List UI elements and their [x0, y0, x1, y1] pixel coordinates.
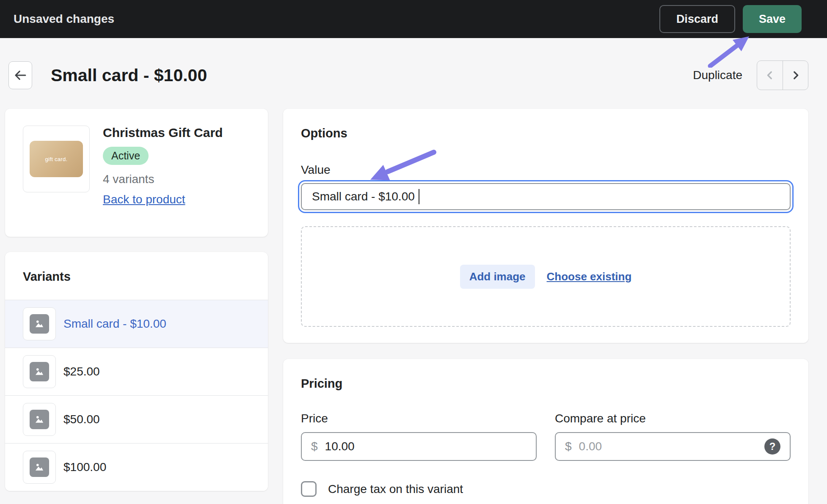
content-columns: gift card. Christmas Gift Card Active 4 … — [5, 109, 808, 504]
next-variant-button[interactable] — [783, 61, 808, 90]
save-button[interactable]: Save — [743, 5, 802, 33]
variant-label: Small card - $10.00 — [63, 317, 166, 331]
chevron-right-icon — [790, 70, 801, 81]
price-input[interactable] — [325, 440, 527, 453]
currency-prefix: $ — [565, 440, 572, 453]
previous-variant-button[interactable] — [757, 61, 783, 90]
topbar-actions: Discard Save — [659, 5, 802, 33]
variant-image-placeholder — [23, 355, 56, 388]
compare-at-price-input-wrapper: $ ? — [555, 432, 791, 461]
unsaved-changes-bar: Unsaved changes Discard Save — [0, 0, 827, 38]
image-placeholder-icon — [30, 362, 49, 381]
pricing-fields-row: Price $ Compare at price $ ? — [301, 412, 791, 461]
gift-card-image: gift card. — [30, 141, 83, 177]
variant-label: $25.00 — [63, 365, 100, 378]
add-image-button[interactable]: Add image — [460, 265, 535, 289]
variant-image-placeholder — [23, 451, 56, 484]
charge-tax-label: Charge tax on this variant — [328, 482, 463, 496]
help-icon[interactable]: ? — [764, 438, 780, 455]
left-column: gift card. Christmas Gift Card Active 4 … — [5, 109, 268, 491]
variant-label: $100.00 — [63, 460, 106, 474]
chevron-left-icon — [764, 70, 775, 81]
price-field: Price $ — [301, 412, 537, 461]
variant-label: $50.00 — [63, 413, 100, 426]
price-label: Price — [301, 412, 537, 425]
status-badge: Active — [103, 147, 149, 165]
currency-prefix: $ — [311, 440, 318, 453]
product-summary-card: gift card. Christmas Gift Card Active 4 … — [5, 109, 268, 237]
compare-at-price-label: Compare at price — [555, 412, 791, 425]
image-placeholder-icon — [30, 457, 49, 477]
pricing-card: Pricing Price $ Compare at price $ — [283, 359, 808, 504]
page-title: Small card - $10.00 — [51, 66, 207, 85]
options-card: Options Value Small card - $10.00 Add im… — [283, 109, 808, 343]
image-placeholder-icon — [30, 410, 49, 429]
back-arrow-icon — [13, 68, 28, 82]
variant-image-placeholder — [23, 307, 56, 340]
value-input-text: Small card - $10.00 — [312, 190, 415, 203]
text-cursor — [419, 189, 419, 204]
variant-image-placeholder — [23, 403, 56, 436]
variant-pagination — [757, 60, 808, 90]
gift-card-image-label: gift card. — [45, 156, 68, 162]
image-placeholder-icon — [30, 314, 49, 334]
unsaved-changes-label: Unsaved changes — [14, 12, 114, 26]
back-to-product-link[interactable]: Back to product — [103, 193, 185, 206]
main-column: Options Value Small card - $10.00 Add im… — [283, 109, 808, 504]
page-content: Small card - $10.00 Duplicate — [0, 60, 827, 504]
product-name: Christmas Gift Card — [103, 126, 223, 140]
back-button[interactable] — [8, 61, 32, 89]
image-dropzone[interactable]: Add image Choose existing — [301, 226, 791, 327]
pricing-heading: Pricing — [301, 377, 791, 391]
product-thumbnail: gift card. — [23, 126, 90, 192]
variant-row[interactable]: $100.00 — [5, 443, 268, 491]
discard-button[interactable]: Discard — [659, 5, 735, 33]
charge-tax-row: Charge tax on this variant — [301, 481, 791, 497]
duplicate-button[interactable]: Duplicate — [693, 68, 742, 82]
page-header: Small card - $10.00 Duplicate — [5, 60, 808, 90]
variant-row[interactable]: Small card - $10.00 — [5, 300, 268, 348]
variant-row[interactable]: $25.00 — [5, 348, 268, 395]
charge-tax-checkbox[interactable] — [301, 481, 317, 497]
compare-at-price-input[interactable] — [579, 440, 764, 453]
variant-count: 4 variants — [103, 173, 223, 186]
value-input[interactable]: Small card - $10.00 — [301, 183, 791, 210]
variant-row[interactable]: $50.00 — [5, 395, 268, 443]
price-input-wrapper: $ — [301, 432, 537, 461]
choose-existing-link[interactable]: Choose existing — [547, 270, 632, 283]
value-field-label: Value — [301, 163, 791, 177]
product-summary-info: Christmas Gift Card Active 4 variants Ba… — [103, 126, 223, 206]
variants-list: Small card - $10.00 $25.00 $50.00 — [5, 300, 268, 491]
options-heading: Options — [301, 126, 791, 140]
compare-at-price-field: Compare at price $ ? — [555, 412, 791, 461]
variants-card: Variants Small card - $10.00 $25.00 — [5, 252, 268, 491]
variants-heading: Variants — [23, 270, 250, 284]
variants-header: Variants — [5, 252, 268, 300]
